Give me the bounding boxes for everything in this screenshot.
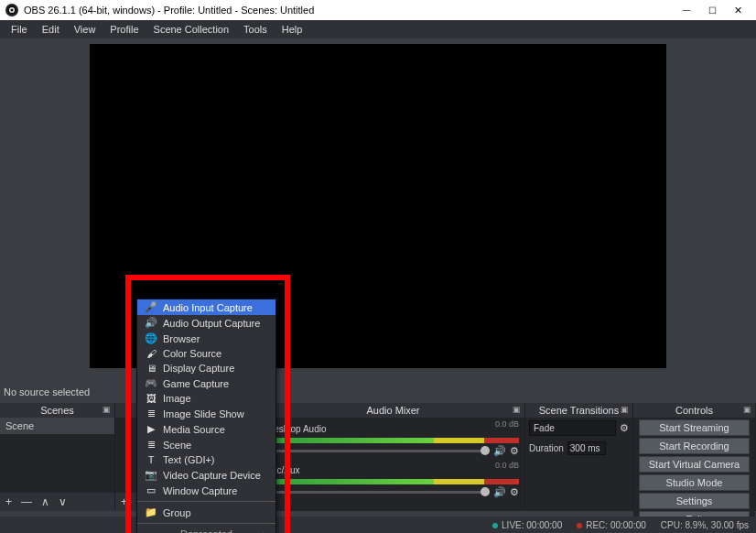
separator [137, 501, 275, 502]
window-icon: ▭ [145, 484, 157, 496]
controls-panel: Controls▣ Start Streaming Start Recordin… [633, 403, 756, 511]
gamepad-icon: 🎮 [145, 377, 157, 389]
mixer-popout-icon[interactable]: ▣ [513, 405, 521, 414]
mic-icon: 🎤 [145, 301, 157, 313]
gear-icon[interactable]: ⚙ [510, 486, 519, 498]
volume-meter [267, 479, 519, 484]
brush-icon: 🖌 [145, 348, 157, 359]
scene-remove-button[interactable]: — [21, 495, 32, 508]
folder-icon: 📁 [145, 506, 157, 518]
speaker-icon[interactable]: 🔊 [493, 486, 506, 498]
start-virtual-camera-button[interactable]: Start Virtual Camera [639, 456, 750, 473]
ctx-group[interactable]: 📁Group [137, 505, 275, 520]
start-recording-button[interactable]: Start Recording [639, 438, 750, 454]
volume-meter [267, 438, 519, 443]
titlebar: OBS 26.1.1 (64-bit, windows) - Profile: … [0, 0, 756, 20]
ctx-window-capture[interactable]: ▭Window Capture [137, 483, 275, 498]
status-cpu: CPU: 8.9%, 30.00 fps [661, 520, 749, 530]
transitions-panel: Scene Transitions▣ Fade ⚙ Duration [525, 403, 633, 511]
menu-scene-collection[interactable]: Scene Collection [148, 22, 235, 37]
status-live: LIVE: 00:00:00 [492, 520, 562, 530]
obs-logo-icon [5, 4, 18, 16]
transitions-title: Scene Transitions▣ [525, 403, 632, 418]
live-dot-icon [492, 523, 498, 528]
window-title: OBS 26.1.1 (64-bit, windows) - Profile: … [24, 5, 674, 16]
volume-slider[interactable] [267, 491, 490, 494]
gear-icon[interactable]: ⚙ [620, 422, 629, 434]
scene-add-button[interactable]: + [5, 495, 12, 508]
channel-db: 0.0 dB [495, 419, 519, 429]
mixer-channel-mic: Mic/Aux 0.0 dB 🔊 ⚙ [262, 459, 524, 500]
scenes-popout-icon[interactable]: ▣ [103, 405, 111, 414]
scene-item[interactable]: Scene [0, 418, 114, 434]
monitor-icon: 🖥 [145, 363, 157, 374]
start-streaming-button[interactable]: Start Streaming [639, 419, 750, 436]
ctx-text-gdi[interactable]: TText (GDI+) [137, 452, 275, 467]
ctx-image[interactable]: 🖼Image [137, 391, 275, 406]
volume-slider[interactable] [267, 450, 490, 452]
menu-edit[interactable]: Edit [37, 22, 65, 37]
text-icon: T [145, 454, 157, 465]
duration-label: Duration [529, 443, 564, 453]
transition-mode-select[interactable]: Fade [529, 420, 616, 436]
camera-icon: 📷 [145, 469, 157, 481]
ctx-color-source[interactable]: 🖌Color Source [137, 346, 275, 361]
close-button[interactable] [725, 0, 751, 20]
settings-button[interactable]: Settings [639, 493, 750, 509]
menu-tools[interactable]: Tools [238, 22, 273, 37]
controls-popout-icon[interactable]: ▣ [743, 405, 751, 414]
menu-profile[interactable]: Profile [104, 22, 144, 37]
maximize-button[interactable] [699, 0, 725, 20]
menu-help[interactable]: Help [276, 22, 308, 37]
scene-up-button[interactable]: ∧ [41, 495, 49, 508]
image-icon: 🖼 [145, 393, 157, 404]
docks: Scenes▣ Scene + — ∧ ∨ Sources▣ + — ⚙ ∧ ∨ [0, 403, 756, 511]
app-body: No source selected Scenes▣ Scene + — ∧ ∨… [0, 38, 756, 533]
add-source-menu: 🎤Audio Input Capture 🔊Audio Output Captu… [136, 299, 276, 533]
ctx-media-source[interactable]: ▶Media Source [137, 421, 275, 437]
speaker-icon: 🔊 [145, 317, 157, 329]
studio-mode-button[interactable]: Studio Mode [639, 474, 750, 491]
ctx-video-capture-device[interactable]: 📷Video Capture Device [137, 467, 275, 483]
scenes-title: Scenes▣ [0, 403, 114, 418]
ctx-deprecated-submenu[interactable]: Deprecated [137, 527, 275, 533]
ctx-game-capture[interactable]: 🎮Game Capture [137, 375, 275, 391]
audio-mixer-panel: Audio Mixer▣ Desktop Audio 0.0 dB 🔊 ⚙ Mi… [262, 403, 525, 511]
menu-view[interactable]: View [69, 22, 102, 37]
ctx-audio-output-capture[interactable]: 🔊Audio Output Capture [137, 315, 275, 331]
gear-icon[interactable]: ⚙ [510, 445, 519, 457]
status-rec: REC: 00:00:00 [577, 520, 646, 530]
ctx-browser[interactable]: 🌐Browser [137, 331, 275, 346]
play-icon: ▶ [145, 423, 157, 435]
channel-db: 0.0 dB [495, 461, 519, 470]
menubar: File Edit View Profile Scene Collection … [0, 20, 756, 38]
ctx-audio-input-capture[interactable]: 🎤Audio Input Capture [137, 299, 275, 315]
mixer-title: Audio Mixer▣ [262, 403, 524, 418]
speaker-icon[interactable]: 🔊 [493, 445, 506, 457]
controls-title: Controls▣ [633, 403, 755, 418]
svg-point-2 [11, 9, 14, 12]
no-source-label: No source selected [4, 386, 90, 397]
scene-icon: ≣ [145, 439, 157, 451]
transitions-popout-icon[interactable]: ▣ [621, 405, 629, 414]
globe-icon: 🌐 [145, 332, 157, 344]
scenes-panel: Scenes▣ Scene + — ∧ ∨ [0, 403, 115, 511]
minimize-button[interactable] [674, 0, 699, 20]
duration-input[interactable] [567, 441, 606, 455]
separator [137, 523, 275, 524]
scenes-toolbar: + — ∧ ∨ [0, 493, 114, 511]
slides-icon: ≣ [145, 408, 157, 419]
rec-dot-icon [577, 523, 582, 528]
menu-file[interactable]: File [5, 22, 33, 37]
ctx-scene[interactable]: ≣Scene [137, 437, 275, 452]
scene-down-button[interactable]: ∨ [59, 495, 67, 508]
statusbar: LIVE: 00:00:00 REC: 00:00:00 CPU: 8.9%, … [0, 517, 756, 533]
ctx-display-capture[interactable]: 🖥Display Capture [137, 361, 275, 375]
mixer-channel-desktop: Desktop Audio 0.0 dB 🔊 ⚙ [262, 418, 524, 459]
ctx-image-slide-show[interactable]: ≣Image Slide Show [137, 406, 275, 421]
